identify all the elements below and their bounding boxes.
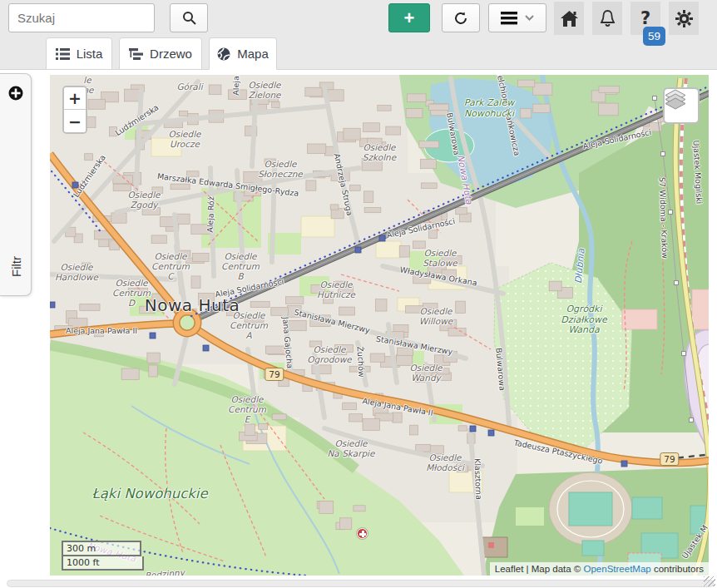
scale-control: 300 m 1000 ft xyxy=(62,541,144,571)
layers-icon xyxy=(665,89,686,111)
zoom-in-button[interactable]: + xyxy=(64,87,86,110)
map-attribution: Leaflet | Map data © OpenStreetMap contr… xyxy=(490,562,709,576)
filter-panel-label: Filtr xyxy=(8,256,22,277)
home-icon xyxy=(561,11,578,27)
hospital-marker[interactable] xyxy=(357,528,368,539)
map-viewport[interactable]: leneGóraliAlejaOsiedle ZieloneOsiedle Ur… xyxy=(50,75,709,576)
tab-drzewo[interactable]: Drzewo xyxy=(119,37,202,70)
menu-button[interactable] xyxy=(488,3,546,32)
hamburger-icon xyxy=(501,12,517,25)
tab-label: Mapa xyxy=(237,47,269,61)
settings-button[interactable] xyxy=(669,2,699,35)
question-icon: ? xyxy=(640,8,650,28)
layers-control[interactable] xyxy=(663,87,700,124)
add-filter-icon[interactable] xyxy=(8,86,23,101)
abbey-building xyxy=(482,537,507,557)
notification-count-badge: 59 xyxy=(643,27,665,46)
tab-lista[interactable]: Lista xyxy=(46,37,112,70)
tree-icon xyxy=(129,48,143,60)
openstreetmap-link[interactable]: OpenStreetMap xyxy=(584,564,651,574)
refresh-button[interactable] xyxy=(442,3,480,32)
zoom-out-button[interactable]: − xyxy=(64,110,86,132)
map-canvas xyxy=(50,75,709,576)
stadium xyxy=(549,472,632,546)
search-icon xyxy=(182,11,196,25)
scale-imperial: 1000 ft xyxy=(62,556,144,571)
attribution-prefix: Leaflet | Map data © xyxy=(495,564,584,574)
app-window: { "header": { "search_placeholder": "Szu… xyxy=(0,0,717,588)
zoom-control: + − xyxy=(62,86,87,134)
tab-label: Lista xyxy=(77,47,103,61)
globe-icon xyxy=(217,47,230,61)
home-button[interactable] xyxy=(554,2,584,35)
list-icon xyxy=(56,48,70,60)
gear-icon xyxy=(675,10,693,27)
notifications-button[interactable] xyxy=(592,2,622,35)
horizontal-scrollbar[interactable] xyxy=(7,580,714,587)
tab-label: Drzewo xyxy=(150,47,192,61)
search-input[interactable] xyxy=(8,3,155,32)
search-button[interactable] xyxy=(170,3,208,32)
add-button[interactable]: + xyxy=(388,3,430,32)
chevron-down-icon xyxy=(525,15,534,21)
refresh-icon xyxy=(453,11,468,26)
scale-metric: 300 m xyxy=(62,541,141,556)
plus-icon: + xyxy=(404,7,415,29)
tab-mapa[interactable]: Mapa xyxy=(209,37,277,70)
bell-icon xyxy=(600,10,616,27)
filter-sidebar[interactable]: Filtr xyxy=(0,73,32,296)
resize-grip-icon[interactable] xyxy=(704,576,715,586)
attribution-suffix: contributors xyxy=(651,564,704,574)
